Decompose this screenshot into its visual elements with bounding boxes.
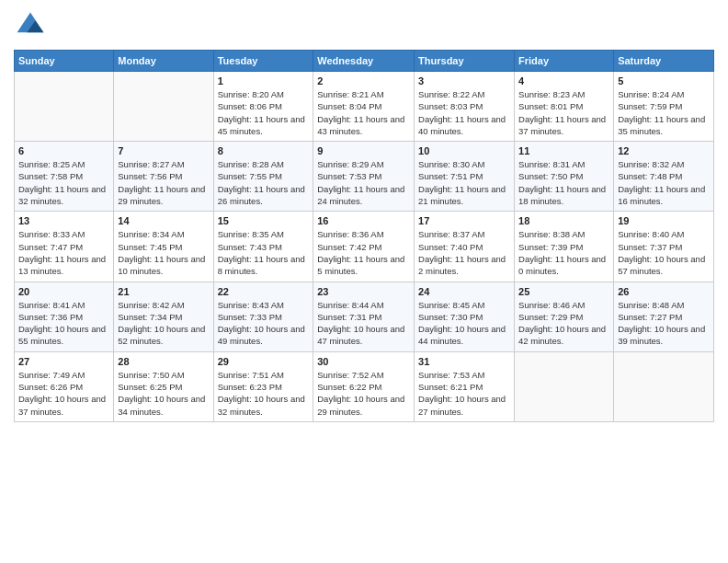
calendar-cell: 21Sunrise: 8:42 AM Sunset: 7:34 PM Dayli… [114, 282, 213, 351]
calendar-cell: 31Sunrise: 7:53 AM Sunset: 6:21 PM Dayli… [415, 351, 515, 421]
calendar-cell: 9Sunrise: 8:29 AM Sunset: 7:53 PM Daylig… [313, 142, 415, 212]
calendar-cell: 14Sunrise: 8:34 AM Sunset: 7:45 PM Dayli… [114, 212, 213, 282]
calendar-cell: 16Sunrise: 8:36 AM Sunset: 7:42 PM Dayli… [313, 212, 415, 282]
day-number: 30 [317, 356, 410, 367]
day-number: 24 [418, 286, 510, 297]
day-info: Sunrise: 8:42 AM Sunset: 7:34 PM Dayligh… [118, 299, 209, 348]
day-number: 27 [18, 356, 109, 367]
logo [14, 9, 51, 42]
day-info: Sunrise: 8:34 AM Sunset: 7:45 PM Dayligh… [118, 228, 209, 277]
day-info: Sunrise: 8:21 AM Sunset: 8:04 PM Dayligh… [317, 88, 410, 137]
header [14, 9, 714, 42]
calendar-cell: 28Sunrise: 7:50 AM Sunset: 6:25 PM Dayli… [114, 351, 213, 421]
day-number: 18 [518, 215, 609, 226]
day-info: Sunrise: 8:22 AM Sunset: 8:03 PM Dayligh… [418, 88, 510, 137]
day-info: Sunrise: 8:43 AM Sunset: 7:33 PM Dayligh… [218, 299, 310, 348]
day-info: Sunrise: 8:37 AM Sunset: 7:40 PM Dayligh… [418, 228, 510, 277]
calendar-cell: 20Sunrise: 8:41 AM Sunset: 7:36 PM Dayli… [15, 282, 114, 351]
day-info: Sunrise: 7:51 AM Sunset: 6:23 PM Dayligh… [218, 369, 310, 418]
day-info: Sunrise: 7:49 AM Sunset: 6:26 PM Dayligh… [18, 369, 109, 418]
day-info: Sunrise: 7:50 AM Sunset: 6:25 PM Dayligh… [118, 369, 209, 418]
weekday-header-wednesday: Wednesday [313, 51, 415, 72]
calendar-cell: 12Sunrise: 8:32 AM Sunset: 7:48 PM Dayli… [614, 142, 714, 212]
day-number: 31 [418, 356, 510, 367]
calendar-cell: 13Sunrise: 8:33 AM Sunset: 7:47 PM Dayli… [15, 212, 114, 282]
day-info: Sunrise: 8:29 AM Sunset: 7:53 PM Dayligh… [317, 158, 410, 207]
page: SundayMondayTuesdayWednesdayThursdayFrid… [0, 0, 728, 563]
day-info: Sunrise: 8:24 AM Sunset: 7:59 PM Dayligh… [618, 88, 710, 137]
calendar-cell: 7Sunrise: 8:27 AM Sunset: 7:56 PM Daylig… [114, 142, 213, 212]
day-number: 25 [518, 286, 609, 297]
day-info: Sunrise: 8:23 AM Sunset: 8:01 PM Dayligh… [518, 88, 609, 137]
day-number: 11 [518, 145, 609, 156]
weekday-header-saturday: Saturday [614, 51, 714, 72]
calendar-cell: 23Sunrise: 8:44 AM Sunset: 7:31 PM Dayli… [313, 282, 415, 351]
day-number: 16 [317, 215, 410, 226]
day-number: 7 [118, 145, 209, 156]
weekday-header-row: SundayMondayTuesdayWednesdayThursdayFrid… [15, 51, 714, 72]
weekday-header-thursday: Thursday [415, 51, 515, 72]
day-number: 4 [518, 75, 609, 86]
day-number: 23 [317, 286, 410, 297]
day-number: 5 [618, 75, 710, 86]
day-number: 2 [317, 75, 410, 86]
calendar-cell: 25Sunrise: 8:46 AM Sunset: 7:29 PM Dayli… [515, 282, 614, 351]
calendar-cell: 26Sunrise: 8:48 AM Sunset: 7:27 PM Dayli… [614, 282, 714, 351]
day-number: 29 [218, 356, 310, 367]
calendar-cell: 29Sunrise: 7:51 AM Sunset: 6:23 PM Dayli… [213, 351, 313, 421]
calendar-cell: 8Sunrise: 8:28 AM Sunset: 7:55 PM Daylig… [213, 142, 313, 212]
calendar-body: 1Sunrise: 8:20 AM Sunset: 8:06 PM Daylig… [15, 72, 714, 422]
day-number: 9 [317, 145, 410, 156]
calendar-cell [15, 72, 114, 142]
day-info: Sunrise: 8:38 AM Sunset: 7:39 PM Dayligh… [518, 228, 609, 277]
day-number: 1 [218, 75, 310, 86]
day-info: Sunrise: 8:31 AM Sunset: 7:50 PM Dayligh… [518, 158, 609, 207]
day-info: Sunrise: 8:44 AM Sunset: 7:31 PM Dayligh… [317, 299, 410, 348]
day-number: 14 [118, 215, 209, 226]
day-number: 20 [18, 286, 109, 297]
day-number: 6 [18, 145, 109, 156]
calendar-cell: 3Sunrise: 8:22 AM Sunset: 8:03 PM Daylig… [415, 72, 515, 142]
calendar-cell: 27Sunrise: 7:49 AM Sunset: 6:26 PM Dayli… [15, 351, 114, 421]
calendar-cell: 19Sunrise: 8:40 AM Sunset: 7:37 PM Dayli… [614, 212, 714, 282]
week-row-3: 13Sunrise: 8:33 AM Sunset: 7:47 PM Dayli… [15, 212, 714, 282]
weekday-header-friday: Friday [515, 51, 614, 72]
calendar-cell: 1Sunrise: 8:20 AM Sunset: 8:06 PM Daylig… [213, 72, 313, 142]
day-info: Sunrise: 8:36 AM Sunset: 7:42 PM Dayligh… [317, 228, 410, 277]
day-info: Sunrise: 8:45 AM Sunset: 7:30 PM Dayligh… [418, 299, 510, 348]
weekday-header-monday: Monday [114, 51, 213, 72]
day-info: Sunrise: 8:48 AM Sunset: 7:27 PM Dayligh… [618, 299, 710, 348]
day-info: Sunrise: 8:25 AM Sunset: 7:58 PM Dayligh… [18, 158, 109, 207]
day-number: 26 [618, 286, 710, 297]
day-info: Sunrise: 8:32 AM Sunset: 7:48 PM Dayligh… [618, 158, 710, 207]
day-number: 3 [418, 75, 510, 86]
calendar-cell: 2Sunrise: 8:21 AM Sunset: 8:04 PM Daylig… [313, 72, 415, 142]
calendar-cell: 6Sunrise: 8:25 AM Sunset: 7:58 PM Daylig… [15, 142, 114, 212]
day-number: 17 [418, 215, 510, 226]
week-row-1: 1Sunrise: 8:20 AM Sunset: 8:06 PM Daylig… [15, 72, 714, 142]
day-info: Sunrise: 8:40 AM Sunset: 7:37 PM Dayligh… [618, 228, 710, 277]
day-info: Sunrise: 8:35 AM Sunset: 7:43 PM Dayligh… [218, 228, 310, 277]
day-info: Sunrise: 8:33 AM Sunset: 7:47 PM Dayligh… [18, 228, 109, 277]
day-info: Sunrise: 8:28 AM Sunset: 7:55 PM Dayligh… [218, 158, 310, 207]
calendar-cell: 24Sunrise: 8:45 AM Sunset: 7:30 PM Dayli… [415, 282, 515, 351]
day-number: 10 [418, 145, 510, 156]
calendar-cell: 11Sunrise: 8:31 AM Sunset: 7:50 PM Dayli… [515, 142, 614, 212]
calendar-cell: 5Sunrise: 8:24 AM Sunset: 7:59 PM Daylig… [614, 72, 714, 142]
calendar-cell [614, 351, 714, 421]
calendar: SundayMondayTuesdayWednesdayThursdayFrid… [14, 50, 714, 422]
day-number: 15 [218, 215, 310, 226]
calendar-cell: 17Sunrise: 8:37 AM Sunset: 7:40 PM Dayli… [415, 212, 515, 282]
calendar-cell: 15Sunrise: 8:35 AM Sunset: 7:43 PM Dayli… [213, 212, 313, 282]
calendar-header: SundayMondayTuesdayWednesdayThursdayFrid… [15, 51, 714, 72]
day-info: Sunrise: 8:46 AM Sunset: 7:29 PM Dayligh… [518, 299, 609, 348]
calendar-cell: 4Sunrise: 8:23 AM Sunset: 8:01 PM Daylig… [515, 72, 614, 142]
day-number: 13 [18, 215, 109, 226]
day-info: Sunrise: 8:41 AM Sunset: 7:36 PM Dayligh… [18, 299, 109, 348]
calendar-cell: 18Sunrise: 8:38 AM Sunset: 7:39 PM Dayli… [515, 212, 614, 282]
day-info: Sunrise: 8:27 AM Sunset: 7:56 PM Dayligh… [118, 158, 209, 207]
calendar-cell: 10Sunrise: 8:30 AM Sunset: 7:51 PM Dayli… [415, 142, 515, 212]
day-number: 28 [118, 356, 209, 367]
day-number: 19 [618, 215, 710, 226]
day-info: Sunrise: 7:52 AM Sunset: 6:22 PM Dayligh… [317, 369, 410, 418]
